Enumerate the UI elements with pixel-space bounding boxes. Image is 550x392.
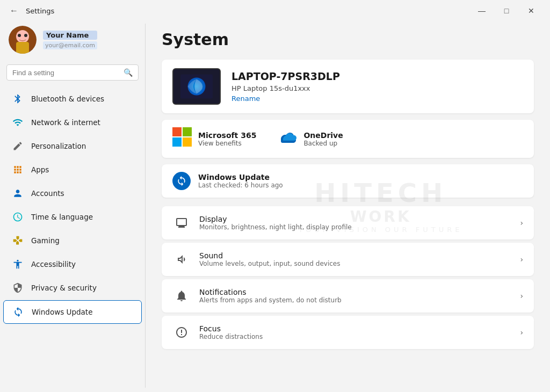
- personalization-icon: [12, 140, 24, 152]
- onedrive-sub: Backed up: [303, 140, 343, 147]
- device-name: LAPTOP-7PSR3DLP: [231, 70, 340, 82]
- focus-icon: [172, 323, 191, 342]
- bluetooth-icon: [12, 93, 24, 105]
- user-email: your@email.com: [43, 41, 97, 49]
- app-body: Your Name your@email.com 🔍 Bluetooth & d…: [0, 19, 550, 392]
- user-profile[interactable]: Your Name your@email.com: [0, 19, 145, 62]
- svg-rect-2: [16, 42, 29, 54]
- settings-item-notifications[interactable]: Notifications Alerts from apps and syste…: [162, 279, 534, 313]
- nav-label-personalization: Personalization: [31, 142, 86, 150]
- nav-item-accounts[interactable]: Accounts: [3, 182, 142, 205]
- sound-icon: [172, 250, 191, 268]
- onedrive-icon: [278, 127, 297, 150]
- nav-label-accessibility: Accessibility: [31, 260, 76, 268]
- display-icon: [172, 214, 191, 232]
- titlebar: ← Settings — □ ✕: [0, 0, 550, 19]
- time-icon: [12, 211, 24, 223]
- display-text: Display Monitors, brightness, night ligh…: [199, 215, 511, 231]
- device-info: LAPTOP-7PSR3DLP HP Laptop 15s-du1xxx Ren…: [231, 70, 340, 103]
- svg-point-3: [18, 34, 21, 37]
- display-desc: Monitors, brightness, night light, displ…: [199, 223, 511, 231]
- apps-icon: [12, 164, 24, 176]
- minimize-button[interactable]: —: [469, 3, 494, 18]
- nav-label-windowsupdate: Windows Update: [32, 308, 92, 316]
- main-content: HITECH WORK YOUR VISION OUR FUTURE Syste…: [146, 19, 550, 392]
- display-name: Display: [199, 215, 511, 223]
- settings-item-focus[interactable]: Focus Reduce distractions ›: [162, 316, 534, 349]
- service-item-ms365[interactable]: Microsoft 365 View benefits: [172, 127, 256, 150]
- onedrive-name: OneDrive: [303, 131, 343, 140]
- rename-link[interactable]: Rename: [231, 95, 340, 103]
- windows-update-card[interactable]: Windows Update Last checked: 6 hours ago: [162, 164, 534, 198]
- back-button[interactable]: ←: [6, 5, 21, 17]
- nav-label-network: Network & internet: [31, 118, 100, 127]
- notifications-name: Notifications: [199, 288, 511, 296]
- windows-update-info: Windows Update Last checked: 6 hours ago: [198, 173, 283, 189]
- focus-name: Focus: [199, 324, 511, 333]
- nav-item-personalization[interactable]: Personalization: [3, 135, 142, 157]
- svg-rect-10: [183, 137, 192, 147]
- page-title: System: [162, 30, 534, 49]
- sidebar: Your Name your@email.com 🔍 Bluetooth & d…: [0, 19, 145, 392]
- accessibility-icon: [12, 258, 24, 270]
- notifications-icon: [172, 287, 191, 305]
- privacy-icon: [12, 282, 24, 294]
- nav-label-bluetooth: Bluetooth & devices: [31, 95, 104, 103]
- app-title: Settings: [26, 7, 54, 15]
- svg-rect-9: [172, 137, 182, 147]
- nav-label-accounts: Accounts: [31, 189, 64, 198]
- network-icon: [12, 117, 24, 128]
- settings-item-display[interactable]: Display Monitors, brightness, night ligh…: [162, 206, 534, 239]
- notifications-desc: Alerts from apps and system, do not dist…: [199, 296, 511, 304]
- user-name: Your Name: [43, 31, 97, 40]
- gaming-icon: [12, 235, 24, 246]
- ms365-icon: [172, 127, 192, 150]
- avatar: [9, 26, 37, 54]
- nav-label-apps: Apps: [31, 165, 49, 174]
- nav-item-privacy[interactable]: Privacy & security: [3, 277, 142, 299]
- nav-label-gaming: Gaming: [31, 236, 60, 245]
- svg-rect-8: [183, 127, 192, 136]
- nav-item-windowsupdate[interactable]: Windows Update: [3, 300, 142, 324]
- search-box[interactable]: 🔍: [6, 64, 139, 81]
- close-button[interactable]: ✕: [519, 3, 544, 18]
- titlebar-left: ← Settings: [6, 5, 54, 17]
- nav-item-network[interactable]: Network & internet: [3, 111, 142, 134]
- notifications-chevron: ›: [520, 292, 523, 300]
- nav-item-accessibility[interactable]: Accessibility: [3, 253, 142, 275]
- device-model: HP Laptop 15s-du1xxx: [231, 84, 340, 92]
- focus-text: Focus Reduce distractions: [199, 324, 511, 340]
- nav-item-apps[interactable]: Apps: [3, 158, 142, 181]
- sound-chevron: ›: [520, 255, 523, 264]
- notifications-text: Notifications Alerts from apps and syste…: [199, 288, 511, 304]
- window-controls: — □ ✕: [469, 3, 544, 18]
- device-card: LAPTOP-7PSR3DLP HP Laptop 15s-du1xxx Ren…: [162, 60, 534, 113]
- focus-chevron: ›: [520, 328, 523, 337]
- nav-item-gaming[interactable]: Gaming: [3, 229, 142, 252]
- windows-update-name: Windows Update: [198, 173, 283, 182]
- svg-rect-7: [172, 127, 182, 136]
- nav-item-time[interactable]: Time & language: [3, 206, 142, 228]
- services-row: Microsoft 365 View benefits OneDrive Bac…: [162, 120, 534, 158]
- maximize-button[interactable]: □: [494, 3, 519, 18]
- display-chevron: ›: [520, 219, 523, 227]
- sound-name: Sound: [199, 251, 511, 260]
- windows-update-sub: Last checked: 6 hours ago: [198, 182, 283, 189]
- search-icon: 🔍: [124, 68, 133, 77]
- accounts-icon: [12, 187, 24, 199]
- onedrive-info: OneDrive Backed up: [303, 131, 343, 147]
- service-item-onedrive[interactable]: OneDrive Backed up: [278, 127, 343, 150]
- search-input[interactable]: [12, 69, 119, 77]
- settings-item-sound[interactable]: Sound Volume levels, output, input, soun…: [162, 243, 534, 276]
- ms365-info: Microsoft 365 View benefits: [198, 131, 256, 147]
- windowsupdate-icon: [12, 306, 24, 318]
- sound-desc: Volume levels, output, input, sound devi…: [199, 260, 511, 267]
- svg-point-4: [24, 34, 27, 37]
- focus-desc: Reduce distractions: [199, 333, 511, 340]
- nav-item-bluetooth[interactable]: Bluetooth & devices: [3, 88, 142, 110]
- ms365-name: Microsoft 365: [198, 131, 256, 140]
- settings-list: Display Monitors, brightness, night ligh…: [162, 206, 534, 349]
- nav-label-time: Time & language: [31, 213, 93, 221]
- nav-label-privacy: Privacy & security: [31, 284, 97, 292]
- device-preview: [172, 68, 221, 105]
